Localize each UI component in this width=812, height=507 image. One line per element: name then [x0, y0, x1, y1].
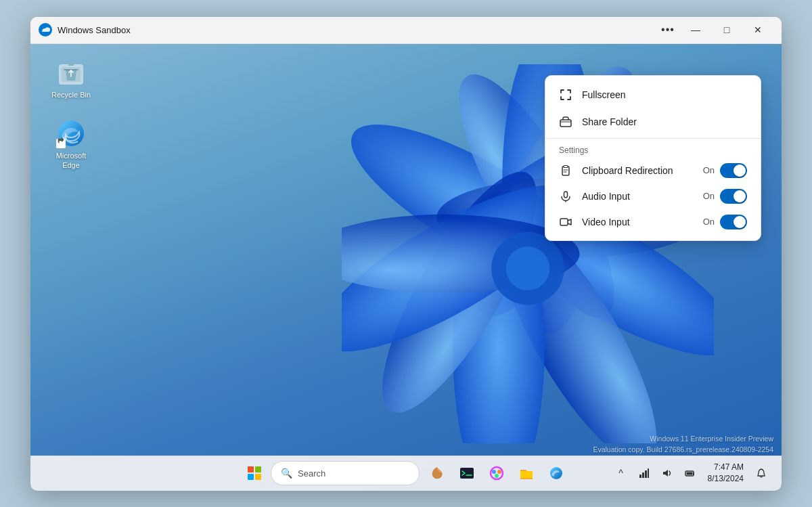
volume-icon[interactable]: [658, 464, 677, 483]
taskbar-right: ^: [612, 460, 771, 486]
more-options-button[interactable]: •••: [656, 19, 680, 41]
clipboard-toggle[interactable]: [720, 163, 747, 178]
titlebar-controls: ••• — □ ✕: [656, 19, 773, 41]
fullscreen-menu-item[interactable]: Fullscreen: [545, 81, 761, 108]
windows-logo-icon: [248, 466, 261, 480]
microsoft-edge-label: Microsoft Edge: [47, 151, 95, 171]
chevron-up-icon[interactable]: ^: [612, 464, 631, 483]
audio-toggle[interactable]: [720, 189, 747, 204]
clipboard-status: On: [703, 165, 715, 175]
start-button[interactable]: [244, 462, 265, 484]
svg-point-29: [550, 467, 562, 479]
audio-icon: [559, 190, 572, 203]
search-label: Search: [298, 468, 325, 479]
clipboard-icon: [559, 164, 572, 177]
mscolor-app-icon: [489, 466, 504, 481]
svg-point-28: [495, 474, 499, 478]
notification-bell-icon: [756, 468, 767, 479]
sandbox-desktop: Recycle Bin: [30, 44, 782, 491]
sandbox-logo-icon: [39, 23, 52, 37]
fullscreen-icon: [559, 88, 572, 102]
svg-rect-32: [645, 470, 647, 478]
edge-image: [56, 118, 86, 148]
svg-rect-22: [564, 192, 568, 198]
minimize-button[interactable]: —: [680, 19, 711, 41]
window-title: Windows Sandbox: [58, 25, 131, 35]
clock-time: 7:47 AM: [714, 462, 744, 473]
taskbar-app-mscolor[interactable]: [484, 461, 509, 485]
battery-tray-icon: [685, 468, 696, 479]
audio-row-right: On: [703, 189, 747, 204]
evaluation-watermark: Windows 11 Enterprise Insider Preview Ev…: [593, 434, 773, 456]
audio-menu-item: Audio Input On: [545, 183, 761, 209]
maximize-button[interactable]: □: [711, 19, 742, 41]
svg-rect-24: [460, 468, 474, 479]
bird-app-icon: [430, 466, 445, 481]
file-explorer-icon: [519, 466, 534, 481]
clipboard-label: Clipboard Redirection: [582, 165, 673, 176]
close-button[interactable]: ✕: [742, 19, 773, 41]
recycle-bin-image: [56, 60, 86, 90]
titlebar: Windows Sandbox ••• — □ ✕: [30, 17, 782, 44]
settings-section-label: Settings: [545, 141, 761, 158]
svg-rect-31: [642, 472, 644, 478]
clock-date: 8/13/2024: [708, 473, 744, 485]
recycle-bin-icon[interactable]: Recycle Bin: [44, 58, 98, 102]
taskbar-center-items: 🔍 Search: [244, 461, 568, 485]
svg-point-26: [492, 470, 496, 474]
share-folder-menu-item[interactable]: Share Folder: [545, 108, 761, 135]
video-toggle[interactable]: [720, 215, 747, 229]
video-row-right: On: [703, 215, 747, 229]
video-status: On: [703, 217, 715, 227]
svg-point-14: [506, 246, 550, 290]
desktop-icons: Recycle Bin: [44, 58, 98, 173]
svg-rect-33: [648, 468, 649, 478]
video-icon: [559, 215, 572, 229]
fullscreen-label: Fullscreen: [582, 89, 626, 100]
notification-icon[interactable]: [752, 464, 771, 483]
svg-point-13: [491, 232, 564, 305]
search-icon: 🔍: [281, 468, 292, 479]
svg-rect-19: [560, 120, 571, 127]
clipboard-menu-item: Clipboard Redirection On: [545, 158, 761, 183]
terminal-app-icon: [459, 466, 474, 481]
recycle-bin-label: Recycle Bin: [51, 90, 91, 100]
svg-point-10: [356, 152, 564, 431]
share-folder-icon: [559, 115, 572, 129]
share-folder-label: Share Folder: [582, 116, 637, 127]
taskbar-app-edge[interactable]: [544, 461, 568, 485]
battery-icon[interactable]: [681, 464, 700, 483]
svg-rect-21: [564, 165, 568, 167]
taskbar-clock[interactable]: 7:47 AM 8/13/2024: [704, 460, 748, 486]
microsoft-edge-icon[interactable]: Microsoft Edge: [44, 116, 98, 173]
network-tray-icon: [639, 468, 650, 479]
video-label: Video Input: [582, 217, 630, 227]
svg-rect-30: [639, 475, 641, 478]
audio-label: Audio Input: [582, 191, 630, 202]
volume-tray-icon: [662, 468, 673, 479]
clipboard-row-right: On: [703, 163, 747, 178]
svg-rect-23: [560, 219, 568, 225]
taskbar-app-terminal[interactable]: [455, 461, 479, 485]
taskbar-app-files[interactable]: [514, 461, 539, 485]
menu-divider: [545, 138, 761, 139]
svg-point-9: [453, 197, 545, 443]
context-menu: Fullscreen Share Folder Settings: [545, 75, 761, 241]
svg-point-12: [342, 214, 579, 292]
sandbox-taskbar: 🔍 Search: [30, 456, 782, 491]
taskbar-app-bird[interactable]: [425, 461, 449, 485]
svg-point-27: [497, 470, 501, 474]
taskbar-search-bar[interactable]: 🔍 Search: [271, 461, 420, 485]
network-icon[interactable]: [635, 464, 654, 483]
windows-sandbox-window: Windows Sandbox ••• — □ ✕: [30, 17, 782, 491]
svg-rect-35: [686, 472, 692, 475]
audio-status: On: [703, 191, 715, 201]
edge-taskbar-icon: [549, 466, 564, 481]
video-menu-item: Video Input On: [545, 209, 761, 235]
